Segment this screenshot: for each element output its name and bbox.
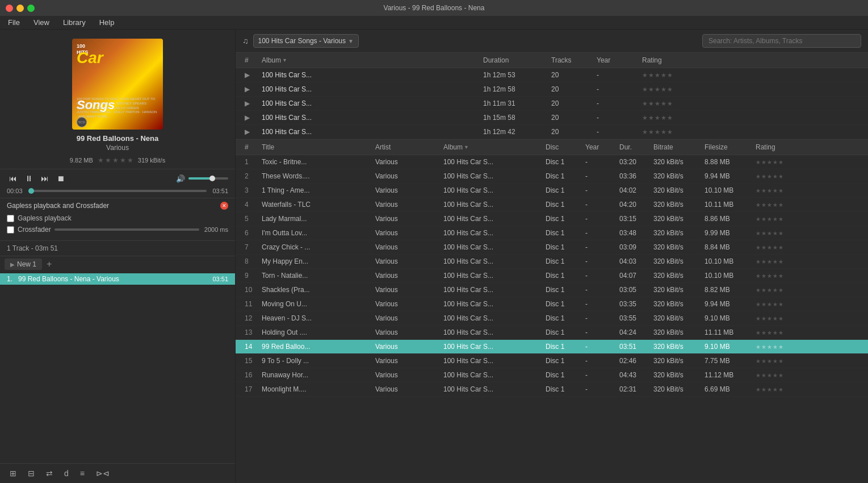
album-star-0[interactable]: ★	[642, 100, 648, 107]
album-star-3[interactable]: ★	[661, 72, 666, 79]
track-star-1[interactable]: ★	[761, 358, 766, 364]
track-star-0[interactable]: ★	[756, 159, 761, 165]
track-rating[interactable]: ★★★★★	[753, 257, 861, 266]
track-rating[interactable]: ★★★★★	[753, 272, 861, 280]
track-star-4[interactable]: ★	[778, 358, 783, 364]
track-star-1[interactable]: ★	[761, 287, 766, 293]
progress-bar[interactable]	[28, 190, 207, 192]
playlist-item[interactable]: 1. 99 Red Balloons - Nena - Various 03:5…	[0, 273, 235, 285]
track-row[interactable]: 1 Toxic - Britne... Various 100 Hits Car…	[236, 155, 868, 169]
track-star-0[interactable]: ★	[756, 202, 761, 208]
track-star-4[interactable]: ★	[778, 344, 783, 350]
crossfader-slider[interactable]	[54, 228, 199, 231]
crossfader-checkbox[interactable]	[7, 226, 14, 234]
track-star-1[interactable]: ★	[761, 273, 766, 279]
album-row-play[interactable]: ▶	[242, 127, 259, 137]
track-star-1[interactable]: ★	[761, 315, 766, 322]
album-star-4[interactable]: ★	[667, 114, 673, 122]
track-star-3[interactable]: ★	[773, 330, 778, 336]
album-row[interactable]: ▶ 100 Hits Car S... 1h 12m 42 20 - ★★★★★	[236, 125, 868, 139]
track-star-0[interactable]: ★	[756, 287, 761, 293]
menu-library[interactable]: Library	[60, 17, 89, 28]
track-star-4[interactable]: ★	[778, 330, 783, 336]
track-star-0[interactable]: ★	[756, 386, 761, 393]
track-star-1[interactable]: ★	[761, 330, 766, 336]
star-5[interactable]: ★	[127, 156, 133, 164]
minimize-button[interactable]	[16, 5, 24, 12]
album-row-rating[interactable]: ★★★★★	[640, 127, 861, 137]
eq-button[interactable]: d	[61, 467, 72, 480]
pause-button[interactable]: ⏸	[23, 173, 35, 184]
track-star-3[interactable]: ★	[773, 259, 778, 265]
track-star-0[interactable]: ★	[756, 259, 761, 265]
track-star-2[interactable]: ★	[767, 159, 772, 165]
track-star-1[interactable]: ★	[761, 202, 766, 208]
album-star-3[interactable]: ★	[661, 114, 666, 122]
gapless-close-button[interactable]: ✕	[220, 202, 228, 210]
track-star-3[interactable]: ★	[773, 372, 778, 378]
track-star-3[interactable]: ★	[773, 344, 778, 350]
shuffle-button[interactable]: ⇄	[43, 467, 56, 480]
track-star-4[interactable]: ★	[778, 216, 783, 222]
track-row[interactable]: 7 Crazy Chick - ... Various 100 Hits Car…	[236, 240, 868, 255]
track-star-2[interactable]: ★	[767, 358, 772, 364]
track-star-0[interactable]: ★	[756, 358, 761, 364]
track-star-4[interactable]: ★	[778, 173, 783, 180]
track-row[interactable]: 2 These Words.... Various 100 Hits Car S…	[236, 169, 868, 184]
playlist-button[interactable]: ⊳⊲	[93, 467, 112, 480]
track-star-2[interactable]: ★	[767, 173, 772, 180]
track-star-0[interactable]: ★	[756, 315, 761, 322]
track-row[interactable]: 16 Runaway Hor... Various 100 Hits Car S…	[236, 368, 868, 382]
th-col-title[interactable]: Title	[259, 142, 373, 152]
track-star-0[interactable]: ★	[756, 230, 761, 236]
track-star-4[interactable]: ★	[778, 372, 783, 378]
playlist-tab-new1[interactable]: ▶ New 1	[5, 259, 42, 270]
track-rating[interactable]: ★★★★★	[753, 172, 861, 181]
track-star-4[interactable]: ★	[778, 259, 783, 265]
track-star-3[interactable]: ★	[773, 188, 778, 194]
track-star-1[interactable]: ★	[761, 188, 766, 194]
track-star-0[interactable]: ★	[756, 344, 761, 350]
album-star-4[interactable]: ★	[667, 100, 673, 107]
menu-file[interactable]: File	[5, 17, 23, 28]
track-star-4[interactable]: ★	[778, 315, 783, 322]
list-button[interactable]: ≡	[77, 467, 87, 480]
album-row-play[interactable]: ▶	[242, 113, 259, 123]
track-star-3[interactable]: ★	[773, 273, 778, 279]
track-star-4[interactable]: ★	[778, 386, 783, 393]
album-row[interactable]: ▶ 100 Hits Car S... 1h 12m 58 20 - ★★★★★	[236, 82, 868, 97]
track-rating[interactable]: ★★★★★	[753, 243, 861, 252]
album-star-2[interactable]: ★	[655, 128, 660, 136]
album-star-1[interactable]: ★	[648, 114, 654, 122]
track-star-2[interactable]: ★	[767, 301, 772, 307]
track-rating[interactable]: ★★★★★	[753, 229, 861, 238]
track-star-1[interactable]: ★	[761, 244, 766, 251]
track-rating[interactable]: ★★★★★	[753, 186, 861, 195]
track-star-3[interactable]: ★	[773, 230, 778, 236]
progress-knob[interactable]	[28, 188, 34, 194]
ah-col-album[interactable]: Album ▼	[259, 55, 481, 65]
track-star-2[interactable]: ★	[767, 202, 772, 208]
track-star-1[interactable]: ★	[761, 159, 766, 165]
track-star-3[interactable]: ★	[773, 386, 778, 393]
next-button[interactable]: ⏭	[39, 173, 51, 184]
track-star-4[interactable]: ★	[778, 273, 783, 279]
track-star-0[interactable]: ★	[756, 244, 761, 251]
track-star-2[interactable]: ★	[767, 330, 772, 336]
track-star-3[interactable]: ★	[773, 173, 778, 180]
track-star-0[interactable]: ★	[756, 330, 761, 336]
gapless-checkbox[interactable]	[7, 215, 14, 222]
close-button[interactable]	[6, 5, 13, 12]
album-row-rating[interactable]: ★★★★★	[640, 70, 861, 80]
track-star-3[interactable]: ★	[773, 287, 778, 293]
track-star-2[interactable]: ★	[767, 372, 772, 378]
album-star-0[interactable]: ★	[642, 86, 648, 93]
album-star-3[interactable]: ★	[661, 128, 666, 136]
album-star-0[interactable]: ★	[642, 72, 648, 79]
album-row-rating[interactable]: ★★★★★	[640, 85, 861, 94]
track-star-2[interactable]: ★	[767, 259, 772, 265]
album-row-rating[interactable]: ★★★★★	[640, 99, 861, 109]
track-row[interactable]: 14 99 Red Balloo... Various 100 Hits Car…	[236, 340, 868, 354]
track-star-3[interactable]: ★	[773, 301, 778, 307]
add-playlist-button[interactable]: +	[44, 259, 54, 269]
